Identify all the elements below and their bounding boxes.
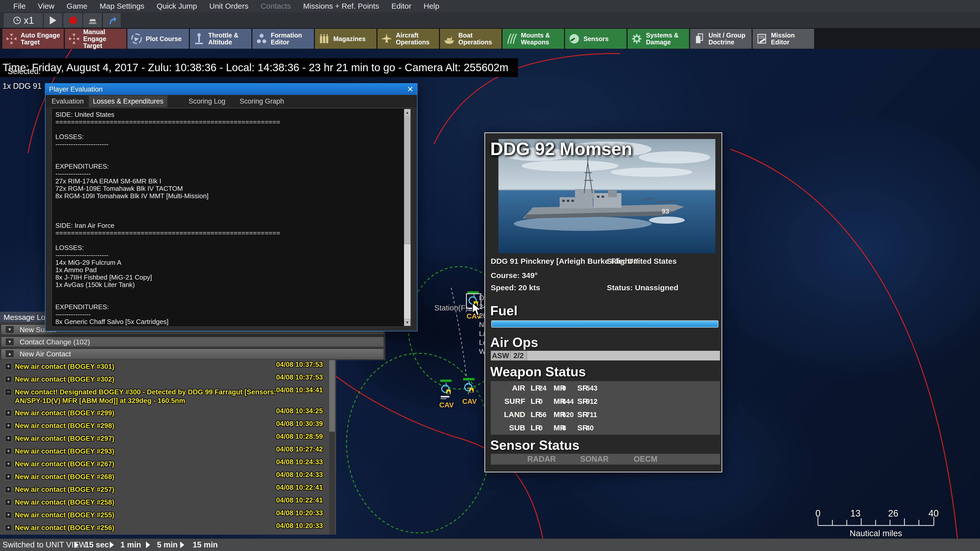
play-button[interactable] — [43, 13, 62, 28]
air-ops-mode[interactable]: ASW — [491, 351, 511, 360]
map-layers-button[interactable] — [83, 13, 102, 28]
selected-label: Selected: — [8, 67, 41, 76]
engage-target-icon — [65, 32, 83, 45]
tab-scoring-log[interactable]: Scoring Log — [185, 95, 229, 107]
tab-losses-expenditures[interactable]: Losses & Expenditures — [89, 95, 167, 107]
time-step-arrow-icon[interactable] — [75, 541, 79, 548]
val-lr: 0 — [539, 424, 542, 432]
tab-scoring-graph[interactable]: Scoring Graph — [235, 95, 288, 107]
report-text: SIDE: United States ====================… — [56, 111, 400, 326]
layers-icon — [87, 15, 98, 25]
weapon-category: AIR — [496, 384, 525, 392]
expand-plus-icon[interactable]: + — [5, 376, 12, 383]
scrollbar-thumb[interactable] — [404, 117, 410, 244]
expand-plus-icon[interactable]: + — [5, 486, 12, 493]
time-step-1min[interactable]: 1 min — [121, 539, 141, 551]
expand-plus-icon[interactable]: + — [5, 473, 12, 480]
systems-damage-button[interactable]: Systems & Damage — [627, 29, 689, 49]
menu-view[interactable]: View — [32, 2, 60, 11]
menu-unit-orders[interactable]: Unit Orders — [203, 2, 255, 11]
air-ops-ready-count[interactable]: 2/2 — [511, 351, 527, 360]
boat-operations-button[interactable]: Boat Operations — [440, 29, 502, 49]
menu-editor[interactable]: Editor — [385, 2, 417, 11]
unit-label[interactable]: CAV — [462, 397, 477, 406]
toolbar-button-label: Auto Engage Target — [21, 32, 64, 46]
datablock-line: N — [479, 321, 484, 329]
log-entry-time: 04/08 10:37:53 — [276, 373, 323, 381]
sensors-button[interactable]: Sensors — [565, 29, 627, 49]
log-entry-text: New air contact (BOGEY #268) — [15, 472, 280, 481]
log-entry-text: New air contact (BOGEY #301) — [15, 362, 280, 371]
expand-plus-icon[interactable]: + — [5, 410, 12, 416]
expand-plus-icon[interactable]: + — [5, 435, 12, 442]
time-step-arrow-icon[interactable] — [180, 541, 184, 548]
auto-engage-target-button[interactable]: Auto Engage Target — [2, 29, 64, 49]
menu-missions-ref-points[interactable]: Missions + Ref. Points — [297, 2, 385, 11]
message-log-scrollbar[interactable] — [329, 360, 335, 535]
unit-group-doctrine-button[interactable]: Unit / Group Doctrine — [690, 29, 752, 49]
plot-course-button[interactable]: Plot Course — [127, 29, 189, 49]
air-ops-header: Air Ops — [490, 335, 538, 350]
tab-evaluation[interactable]: Evaluation — [48, 95, 88, 107]
throttle-altitude-button[interactable]: Throttle & Altitude — [189, 29, 251, 49]
notepad-pencil-icon — [752, 32, 771, 45]
time-step-5min[interactable]: 5 min — [157, 539, 178, 551]
expand-plus-icon[interactable]: + — [5, 461, 12, 467]
close-icon[interactable]: ✕ — [407, 84, 414, 95]
radar-icon — [565, 32, 584, 45]
throttle-icon — [190, 32, 208, 45]
weapon-category: SURF — [496, 397, 525, 406]
manual-engage-target-button[interactable]: Manual Engage Target — [65, 29, 127, 49]
time-step-15sec[interactable]: 15 sec — [85, 539, 109, 551]
log-entry-text: New air contact (BOGEY #257) — [15, 485, 280, 494]
expand-plus-icon[interactable]: + — [5, 512, 12, 518]
expand-plus-icon[interactable]: + — [5, 524, 12, 531]
log-group-new-air-contact[interactable]: ▲ New Air Contact — [1, 349, 384, 359]
dialog-titlebar[interactable]: Player Evaluation — [45, 84, 417, 95]
dialog-scrollbar[interactable]: ▲ ▼ — [404, 109, 410, 326]
chevron-down-icon[interactable]: ▼ — [5, 338, 14, 346]
time-step-arrow-icon[interactable] — [110, 541, 114, 548]
menu-help[interactable]: Help — [417, 2, 445, 11]
log-group-contact-change[interactable]: ▼ Contact Change (102) — [1, 337, 384, 347]
sensor-radar[interactable]: RADAR — [527, 454, 556, 465]
magazines-button[interactable]: Magazines — [315, 29, 377, 49]
formation-icon — [252, 32, 271, 45]
record-button[interactable] — [63, 13, 83, 28]
clock-icon — [13, 16, 22, 25]
sensor-sonar[interactable]: SONAR — [580, 454, 609, 465]
time-step-arrow-icon[interactable] — [146, 541, 150, 548]
menu-file[interactable]: File — [7, 2, 32, 11]
chevron-up-icon[interactable]: ▲ — [5, 350, 14, 358]
mounts-weapons-button[interactable]: Mounts & Weapons — [502, 29, 564, 49]
menu-game[interactable]: Game — [60, 2, 94, 11]
boat-icon — [440, 32, 458, 45]
sensor-oecm[interactable]: OECM — [634, 454, 657, 465]
expand-plus-icon[interactable]: + — [5, 448, 12, 454]
dialog-tabs: Evaluation Losses & Expenditures Scoring… — [45, 95, 417, 107]
unit-label[interactable]: CAV — [439, 401, 454, 409]
aircraft-operations-button[interactable]: Aircraft Operations — [377, 29, 439, 49]
time-step-15min[interactable]: 15 min — [192, 539, 218, 551]
wake — [514, 217, 652, 231]
function-toolbar: Auto Engage Target Manual Engage Target … — [0, 28, 980, 49]
time-compression-button[interactable]: x1 — [3, 13, 43, 28]
menu-map-settings[interactable]: Map Settings — [94, 2, 151, 11]
expand-plus-icon[interactable]: + — [5, 422, 12, 429]
jump-arrow-button[interactable] — [103, 13, 121, 28]
menu-quick-jump[interactable]: Quick Jump — [151, 2, 203, 11]
sensor-status-bar: RADAR SONAR OECM — [491, 454, 720, 465]
chevron-down-icon[interactable]: ▼ — [5, 326, 14, 333]
scroll-down-icon[interactable]: ▼ — [404, 319, 410, 326]
aircraft-icon — [377, 32, 396, 45]
scroll-up-icon[interactable]: ▲ — [404, 109, 410, 116]
expand-plus-icon[interactable]: + — [5, 499, 12, 506]
collapse-minus-icon[interactable]: − — [5, 389, 12, 395]
scrollbar-thumb[interactable] — [329, 360, 335, 432]
formation-editor-button[interactable]: Formation Editor — [252, 29, 314, 49]
mission-editor-button[interactable]: Mission Editor — [752, 29, 815, 49]
expand-plus-icon[interactable]: + — [5, 363, 12, 370]
weapon-category: SUB — [496, 424, 525, 432]
missiles-icon — [503, 32, 521, 45]
toolbar-button-label: Mission Editor — [771, 32, 814, 46]
